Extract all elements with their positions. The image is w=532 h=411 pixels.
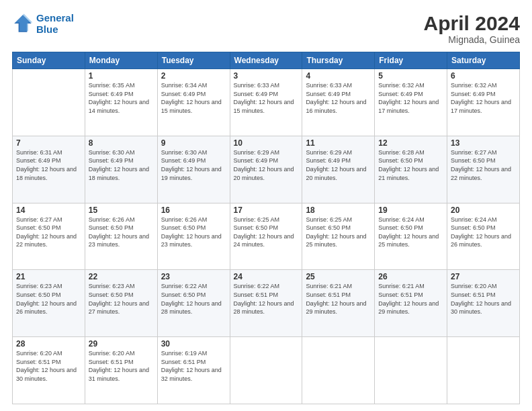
sunrise-text: Sunrise: 6:25 AM [234,216,299,224]
table-cell: 1 Sunrise: 6:35 AM Sunset: 6:49 PM Dayli… [85,69,157,136]
sunset-text: Sunset: 6:50 PM [89,291,154,300]
sunset-text: Sunset: 6:51 PM [234,291,299,300]
day-info: Sunrise: 6:23 AM Sunset: 6:50 PM Dayligh… [89,282,154,316]
sunrise-text: Sunrise: 6:29 AM [234,148,299,157]
table-cell [375,337,447,404]
day-number: 9 [161,138,226,148]
table-cell: 16 Sunrise: 6:26 AM Sunset: 6:50 PM Dayl… [157,203,230,270]
sunset-text: Sunset: 6:51 PM [306,291,371,300]
day-number: 2 [161,71,226,81]
day-number: 30 [161,339,226,349]
day-info: Sunrise: 6:25 AM Sunset: 6:50 PM Dayligh… [234,216,299,249]
table-cell: 29 Sunrise: 6:20 AM Sunset: 6:51 PM Dayl… [85,337,157,404]
sunrise-text: Sunrise: 6:30 AM [89,148,154,157]
header-tuesday: Tuesday [157,52,230,69]
day-info: Sunrise: 6:20 AM Sunset: 6:51 PM Dayligh… [16,349,81,383]
sunrise-text: Sunrise: 6:19 AM [161,349,226,358]
daylight-text: Daylight: 12 hours and 20 minutes. [306,165,371,182]
day-number: 17 [234,205,299,215]
sunset-text: Sunset: 6:50 PM [16,224,81,232]
daylight-text: Daylight: 12 hours and 22 minutes. [451,165,516,182]
month-title: April 2024 [424,12,520,34]
day-number: 27 [451,272,516,281]
day-info: Sunrise: 6:33 AM Sunset: 6:49 PM Dayligh… [234,81,299,115]
daylight-text: Daylight: 12 hours and 23 minutes. [161,232,226,249]
header-monday: Monday [85,52,157,69]
day-info: Sunrise: 6:29 AM Sunset: 6:49 PM Dayligh… [234,148,299,182]
sunrise-text: Sunrise: 6:22 AM [234,282,299,291]
day-info: Sunrise: 6:27 AM Sunset: 6:50 PM Dayligh… [451,148,516,182]
sunset-text: Sunset: 6:51 PM [378,291,443,300]
sunset-text: Sunset: 6:49 PM [161,156,226,165]
table-cell: 3 Sunrise: 6:33 AM Sunset: 6:49 PM Dayli… [230,69,302,136]
daylight-text: Daylight: 12 hours and 16 minutes. [306,98,371,115]
day-number: 28 [16,339,81,349]
sunset-text: Sunset: 6:51 PM [16,358,81,367]
table-cell: 4 Sunrise: 6:33 AM Sunset: 6:49 PM Dayli… [302,69,375,136]
day-info: Sunrise: 6:25 AM Sunset: 6:50 PM Dayligh… [306,216,371,249]
sunrise-text: Sunrise: 6:26 AM [89,216,154,224]
sunrise-text: Sunrise: 6:20 AM [89,349,154,358]
daylight-text: Daylight: 12 hours and 14 minutes. [89,98,154,115]
daylight-text: Daylight: 12 hours and 28 minutes. [234,300,299,316]
sunset-text: Sunset: 6:50 PM [378,224,443,232]
header-wednesday: Wednesday [230,52,302,69]
day-info: Sunrise: 6:35 AM Sunset: 6:49 PM Dayligh… [89,81,154,115]
sunrise-text: Sunrise: 6:32 AM [378,81,443,90]
sunset-text: Sunset: 6:51 PM [161,358,226,367]
header: General Blue April 2024 Mignada, Guinea [12,12,520,45]
sunrise-text: Sunrise: 6:21 AM [306,282,371,291]
logo-line2: Blue [36,24,58,35]
sunrise-text: Sunrise: 6:32 AM [451,81,516,90]
header-friday: Friday [375,52,447,69]
day-number: 4 [306,71,371,81]
table-cell: 22 Sunrise: 6:23 AM Sunset: 6:50 PM Dayl… [85,270,157,337]
day-info: Sunrise: 6:24 AM Sunset: 6:50 PM Dayligh… [451,216,516,249]
sunset-text: Sunset: 6:49 PM [378,90,443,99]
table-cell: 28 Sunrise: 6:20 AM Sunset: 6:51 PM Dayl… [13,337,85,404]
daylight-text: Daylight: 12 hours and 26 minutes. [16,300,81,316]
day-number: 15 [89,205,154,215]
week-row-5: 28 Sunrise: 6:20 AM Sunset: 6:51 PM Dayl… [13,337,520,404]
table-cell: 10 Sunrise: 6:29 AM Sunset: 6:49 PM Dayl… [230,136,302,203]
day-number: 22 [89,272,154,281]
sunrise-text: Sunrise: 6:25 AM [306,216,371,224]
sunset-text: Sunset: 6:49 PM [306,90,371,99]
daylight-text: Daylight: 12 hours and 25 minutes. [378,232,443,249]
table-cell: 20 Sunrise: 6:24 AM Sunset: 6:50 PM Dayl… [447,203,520,270]
sunrise-text: Sunrise: 6:29 AM [306,148,371,157]
table-cell: 17 Sunrise: 6:25 AM Sunset: 6:50 PM Dayl… [230,203,302,270]
table-cell [230,337,302,404]
daylight-text: Daylight: 12 hours and 29 minutes. [378,300,443,316]
day-info: Sunrise: 6:22 AM Sunset: 6:51 PM Dayligh… [234,282,299,316]
sunset-text: Sunset: 6:49 PM [234,90,299,99]
daylight-text: Daylight: 12 hours and 27 minutes. [89,300,154,316]
day-number: 12 [378,138,443,148]
daylight-text: Daylight: 12 hours and 20 minutes. [234,165,299,182]
sunrise-text: Sunrise: 6:34 AM [161,81,226,90]
daylight-text: Daylight: 12 hours and 17 minutes. [451,98,516,115]
day-number: 10 [234,138,299,148]
daylight-text: Daylight: 12 hours and 25 minutes. [306,232,371,249]
day-info: Sunrise: 6:33 AM Sunset: 6:49 PM Dayligh… [306,81,371,115]
table-cell: 6 Sunrise: 6:32 AM Sunset: 6:49 PM Dayli… [447,69,520,136]
day-number: 6 [451,71,516,81]
day-info: Sunrise: 6:30 AM Sunset: 6:49 PM Dayligh… [89,148,154,182]
table-cell [447,337,520,404]
table-cell: 5 Sunrise: 6:32 AM Sunset: 6:49 PM Dayli… [375,69,447,136]
sunset-text: Sunset: 6:50 PM [161,291,226,300]
day-info: Sunrise: 6:28 AM Sunset: 6:50 PM Dayligh… [378,148,443,182]
day-number: 5 [378,71,443,81]
table-cell: 8 Sunrise: 6:30 AM Sunset: 6:49 PM Dayli… [85,136,157,203]
daylight-text: Daylight: 12 hours and 30 minutes. [16,366,81,383]
sunset-text: Sunset: 6:49 PM [451,90,516,99]
sunrise-text: Sunrise: 6:31 AM [16,148,81,157]
daylight-text: Daylight: 12 hours and 21 minutes. [378,165,443,182]
table-cell: 26 Sunrise: 6:21 AM Sunset: 6:51 PM Dayl… [375,270,447,337]
table-cell: 9 Sunrise: 6:30 AM Sunset: 6:49 PM Dayli… [157,136,230,203]
sunset-text: Sunset: 6:50 PM [451,224,516,232]
sunset-text: Sunset: 6:49 PM [234,156,299,165]
sunrise-text: Sunrise: 6:35 AM [89,81,154,90]
day-info: Sunrise: 6:26 AM Sunset: 6:50 PM Dayligh… [161,216,226,249]
sunset-text: Sunset: 6:49 PM [161,90,226,99]
